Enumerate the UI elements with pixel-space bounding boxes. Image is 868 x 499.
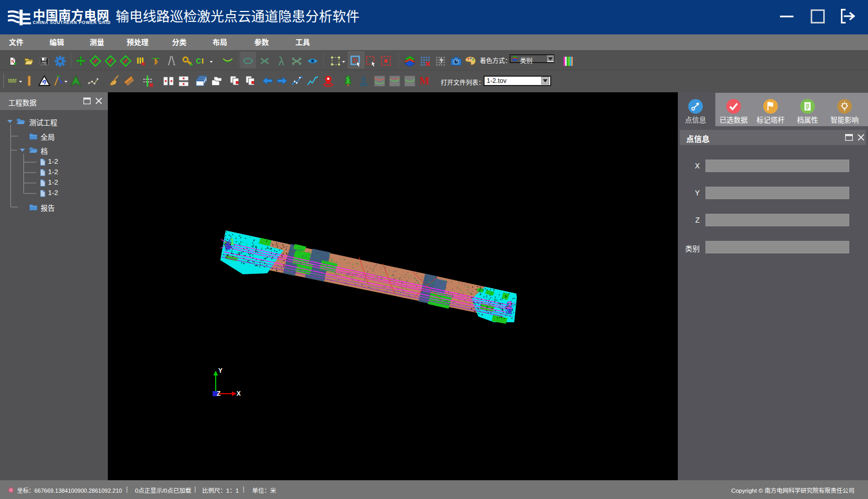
svg-text:X: X [237, 390, 241, 397]
svg-text:Z: Z [217, 390, 220, 397]
svg-text:I: I [202, 57, 204, 65]
svg-text:C: C [196, 57, 201, 65]
svg-text:M: M [419, 75, 429, 87]
svg-text:2: 2 [506, 299, 512, 311]
svg-text:Y: Y [218, 367, 222, 374]
